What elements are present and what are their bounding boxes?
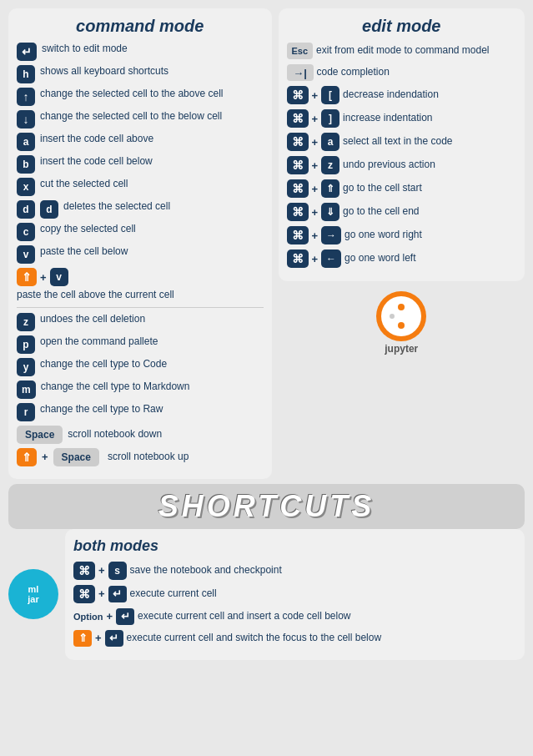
cmd10-icon: ⌘	[73, 585, 95, 603]
both-modes-section: both modes ⌘ + s save the notebook and c…	[65, 529, 525, 660]
svg-point-2	[390, 314, 395, 319]
z2-key-icon: z	[321, 156, 339, 174]
shift-enter-desc: execute current cell and switch the focu…	[127, 632, 516, 645]
shortcut-row-m: m change the cell type to Markdown	[17, 381, 264, 399]
cmd-bracket-left-row: ⌘ + [ decrease indendation	[287, 86, 517, 104]
shortcut-row-dd: d d deletes the selected cell	[17, 200, 264, 219]
y-key-icon: y	[17, 358, 35, 376]
cmd-s-desc: save the notebook and checkpoint	[130, 564, 516, 577]
jupyter-logo: jupyter	[376, 291, 426, 355]
edit-mode-section: edit mode Esc exit from edit mode to com…	[279, 8, 525, 281]
divider-1	[17, 307, 264, 308]
up-key-icon: ↑	[17, 88, 35, 106]
option-enter-row: Option + ↵ execute current cell and inse…	[73, 608, 516, 625]
enter3-key-icon: ↵	[116, 608, 134, 625]
cmd6-icon: ⌘	[287, 203, 309, 221]
d2-key-icon: d	[40, 200, 58, 219]
mljar-text-ml: ml	[28, 584, 39, 594]
cmd-down-row: ⌘ + ⇓ go to the cell end	[287, 203, 517, 221]
cmd-right-desc: go one word right	[344, 229, 516, 242]
svg-point-1	[398, 322, 405, 329]
option-label: Option	[73, 612, 103, 622]
v-key-icon: v	[17, 245, 35, 264]
c-desc: copy the selected cell	[40, 223, 264, 236]
left-key-icon: ←	[321, 249, 341, 268]
option-enter-desc: execute current cell and insert a code c…	[138, 610, 516, 623]
jupyter-outer-circle	[376, 291, 426, 341]
shortcut-row-v: v paste the cell below	[17, 245, 264, 264]
c-key-icon: c	[17, 223, 35, 241]
shift2-icon: ⇑	[17, 448, 37, 466]
cmd-a-desc: select all text in the code	[343, 135, 516, 149]
s-key-icon: s	[108, 562, 127, 580]
edit-mode-title: edit mode	[287, 17, 517, 36]
jupyter-label: jupyter	[385, 343, 418, 355]
a-key-icon: a	[17, 133, 35, 151]
shortcuts-big-text: SHORTCUTS	[158, 489, 375, 523]
cmd-left-row: ⌘ + ← go one word left	[287, 249, 517, 268]
enter4-key-icon: ↵	[105, 630, 123, 647]
cmd-right-row: ⌘ + → go one word right	[287, 226, 517, 244]
a2-key-icon: a	[321, 133, 339, 151]
cmd-up-row: ⌘ + ⇑ go to the cell start	[287, 179, 517, 198]
shortcut-row-h: h shows all keyboard shortcuts	[17, 65, 264, 83]
x-key-icon: x	[17, 178, 35, 196]
cmd-bracket-left-desc: decrease indendation	[343, 88, 516, 102]
cmd5-icon: ⌘	[287, 179, 309, 198]
z-desc: undoes the cell deletion	[40, 313, 264, 326]
x-desc: cut the selected cell	[40, 178, 264, 191]
shortcut-row-p: p open the command pallete	[17, 335, 264, 354]
cmd-s-row: ⌘ + s save the notebook and checkpoint	[73, 562, 516, 580]
bracket-right-icon: ]	[321, 109, 339, 128]
shift-v-desc: paste the cell above the current cell	[17, 289, 264, 302]
down-key-icon: ↓	[17, 110, 35, 129]
jupyter-svg-icon	[388, 303, 415, 330]
bracket-left-icon: [	[321, 86, 339, 104]
shortcut-row-b: b insert the code cell below	[17, 155, 264, 174]
cmd4-icon: ⌘	[287, 156, 309, 174]
cmd-down-desc: go to the cell end	[343, 205, 516, 219]
b-key-icon: b	[17, 155, 35, 174]
shift3-icon: ⇑	[73, 630, 92, 647]
cmd-z-row: ⌘ + z undo previous action	[287, 156, 517, 174]
shortcut-row-c: c copy the selected cell	[17, 223, 264, 241]
tab-desc: code completion	[317, 66, 517, 79]
mljar-text-jar: jar	[28, 594, 38, 604]
d-key-icon: d	[17, 200, 35, 219]
cmd9-icon: ⌘	[73, 562, 95, 580]
shortcut-row-x: x cut the selected cell	[17, 178, 264, 196]
a-desc: insert the code cell above	[40, 133, 264, 146]
esc-desc: exit from edit mode to command model	[316, 44, 516, 58]
cmd-enter-desc: execute current cell	[130, 587, 516, 601]
cmd7-icon: ⌘	[287, 226, 309, 244]
cmd1-icon: ⌘	[287, 86, 309, 104]
shift-icon: ⇑	[17, 268, 37, 286]
h-desc: shows all keyboard shortcuts	[40, 65, 264, 78]
up-desc: change the selected cell to the above ce…	[40, 88, 264, 101]
cmd-left-desc: go one word left	[344, 252, 516, 265]
v-desc: paste the cell below	[40, 245, 264, 259]
cmd-bracket-right-desc: increase indentation	[343, 112, 516, 125]
esc-key-icon: Esc	[287, 43, 314, 59]
m-desc: change the cell type to Markdown	[41, 381, 264, 394]
down-desc: change the selected cell to the below ce…	[40, 110, 264, 123]
jupyter-inner-circle	[381, 296, 421, 336]
cmd-bracket-right-row: ⌘ + ] increase indentation	[287, 109, 517, 128]
both-modes-container: ml jar both modes ⌘ + s save the noteboo…	[8, 529, 525, 660]
right-column: edit mode Esc exit from edit mode to com…	[279, 8, 525, 479]
space-desc: scroll notebook down	[68, 428, 263, 441]
shortcut-row-enter: ↵ switch to edit mode	[17, 43, 264, 61]
jupyter-logo-area: jupyter	[279, 291, 525, 355]
command-mode-title: command mode	[17, 17, 264, 36]
right-key-icon: →	[321, 226, 341, 244]
y-desc: change the cell type to Code	[40, 358, 264, 371]
tab-row: →| code completion	[287, 64, 517, 81]
shortcut-row-z: z undoes the cell deletion	[17, 313, 264, 331]
cmd-a-row: ⌘ + a select all text in the code	[287, 133, 517, 151]
cmd-z-desc: undo previous action	[343, 159, 516, 172]
shortcut-row-a: a insert the code cell above	[17, 133, 264, 151]
mljar-circle: ml jar	[8, 569, 58, 619]
command-mode-section: command mode ↵ switch to edit mode h sho…	[8, 8, 272, 479]
tab-key-icon: →|	[287, 64, 314, 81]
v2-key-icon: v	[50, 268, 68, 286]
